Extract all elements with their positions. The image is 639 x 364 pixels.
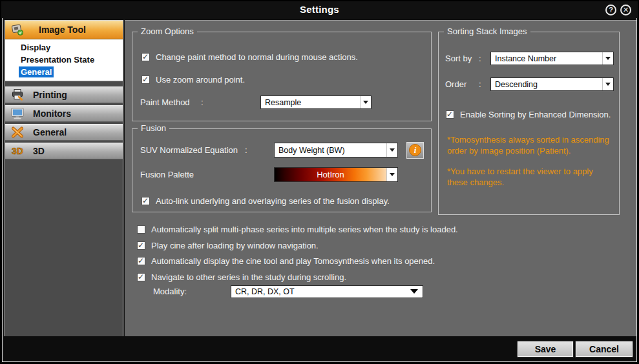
checkbox-split-multiphase[interactable]: Automatically split multi-phase series i…: [137, 225, 458, 234]
sort-by-row: Sort by : Instance Number: [445, 54, 614, 63]
suv-equation-dropdown[interactable]: Body Weight (BW): [274, 143, 398, 157]
sidebar-item-general-section[interactable]: General: [5, 124, 123, 141]
settings-sidebar: Image Tool Display Presentation State Ge…: [5, 20, 123, 338]
sidebar-item-label: 3D: [33, 146, 45, 156]
paint-method-dropdown[interactable]: Resample: [260, 96, 372, 109]
sidebar-spacer: [5, 81, 123, 86]
settings-dialog: Settings ? ✕ Image Tool Display Presenta…: [0, 0, 639, 364]
checkbox-play-cine[interactable]: Play cine after loading by window naviga…: [137, 241, 319, 250]
svg-text:3D: 3D: [12, 146, 23, 156]
title-bar: Settings ? ✕: [1, 1, 638, 19]
sidebar-item-general-selected[interactable]: General: [5, 66, 123, 78]
cancel-button[interactable]: Cancel: [576, 341, 633, 357]
checkbox-box[interactable]: [137, 257, 145, 265]
modality-dropdown[interactable]: CR, DR, DX, OT: [231, 285, 423, 298]
checkbox-box[interactable]: [141, 76, 150, 84]
checkbox-auto-link-fusion[interactable]: Auto-link underlying and overlaying seri…: [141, 196, 390, 206]
paint-method-row: Paint Method : Resample: [140, 97, 424, 107]
sidebar-item-presentation-state[interactable]: Presentation State: [5, 54, 123, 66]
sidebar-item-label: Image Tool: [39, 25, 86, 35]
modality-row: Modality: CR, DR, DX, OT: [153, 287, 431, 296]
zoom-options-group: Zoom Options Change paint method to norm…: [132, 32, 432, 121]
chevron-down-icon: [386, 168, 397, 181]
checkbox-box[interactable]: [137, 241, 145, 250]
checkbox-box[interactable]: [137, 225, 145, 234]
dialog-title: Settings: [1, 4, 638, 15]
suv-equation-label: SUV Normalized Equation: [140, 145, 245, 155]
sort-by-label: Sort by: [445, 54, 479, 63]
checkbox-box[interactable]: [141, 197, 150, 205]
group-title: Zoom Options: [138, 26, 197, 36]
suv-info-button[interactable]: i: [406, 142, 424, 159]
checkbox-display-cine-tool[interactable]: Automatically display the cine tool and …: [137, 256, 435, 266]
suv-equation-row: SUV Normalized Equation : Body Weight (B…: [140, 145, 428, 155]
footer-bar: Save Cancel: [1, 336, 638, 363]
chevron-down-icon: [406, 286, 423, 298]
settings-content-panel: Zoom Options Change paint method to norm…: [125, 20, 636, 338]
order-dropdown[interactable]: Descending: [490, 77, 614, 91]
group-title: Fusion: [138, 123, 169, 133]
modality-label: Modality:: [153, 287, 187, 296]
fusion-palette-row: Fusion Palette : HotIron: [140, 170, 428, 179]
paint-method-label: Paint Method: [140, 97, 201, 107]
sort-by-dropdown[interactable]: Instance Number: [490, 52, 614, 65]
tools-icon: [10, 126, 27, 139]
close-icon[interactable]: ✕: [620, 5, 631, 15]
sidebar-item-monitors[interactable]: Monitors: [5, 105, 123, 122]
checkbox-box[interactable]: [137, 273, 145, 281]
fusion-group: Fusion SUV Normalized Equation : Body We…: [132, 128, 432, 212]
sidebar-item-label: Monitors: [33, 108, 71, 119]
fusion-palette-label: Fusion Palette: [140, 170, 191, 179]
help-icon[interactable]: ?: [605, 5, 616, 15]
info-icon: i: [409, 144, 421, 156]
sidebar-item-label: Printing: [33, 90, 67, 100]
checkbox-box[interactable]: [141, 53, 150, 61]
sidebar-item-display[interactable]: Display: [5, 41, 123, 54]
checkbox-navigate-series[interactable]: Navigate to other series in the study du…: [137, 272, 346, 282]
sidebar-item-image-tool[interactable]: Image Tool: [5, 21, 123, 39]
chevron-down-icon: [602, 78, 613, 90]
monitor-icon: [10, 107, 27, 120]
sorting-stack-images-group: Sorting Stack Images Sort by : Instance …: [438, 32, 620, 215]
checkbox-box[interactable]: [446, 110, 454, 119]
printer-icon: [10, 88, 27, 101]
sidebar-item-3d[interactable]: 3D 3D: [5, 143, 123, 159]
sidebar-item-label: General: [33, 127, 67, 137]
group-title: Sorting Stack Images: [444, 26, 530, 36]
fusion-palette-dropdown[interactable]: HotIron: [274, 167, 398, 182]
3d-icon: 3D: [10, 145, 27, 157]
save-button[interactable]: Save: [518, 341, 573, 357]
sidebar-item-printing[interactable]: Printing: [5, 86, 123, 103]
chevron-down-icon: [360, 96, 371, 108]
chevron-down-icon: [602, 52, 613, 65]
chevron-down-icon: [386, 143, 397, 157]
checkbox-change-paint-method[interactable]: Change paint method to normal during mou…: [141, 52, 358, 62]
checkbox-enhanced-dimension[interactable]: Enable Sorting by Enhanced Dimension.: [446, 110, 611, 119]
checkbox-zoom-around-point[interactable]: Use zoom around point.: [141, 75, 245, 85]
order-label: Order: [445, 79, 479, 89]
image-tool-icon: [10, 23, 27, 36]
restart-note: *You have to restart the viewer to apply…: [447, 166, 614, 188]
tomosynthesis-note: *Tomosynthesis always sorted in ascendin…: [447, 134, 614, 156]
image-tool-subsections: Display Presentation State General: [5, 39, 123, 81]
order-row: Order : Descending: [445, 79, 614, 89]
